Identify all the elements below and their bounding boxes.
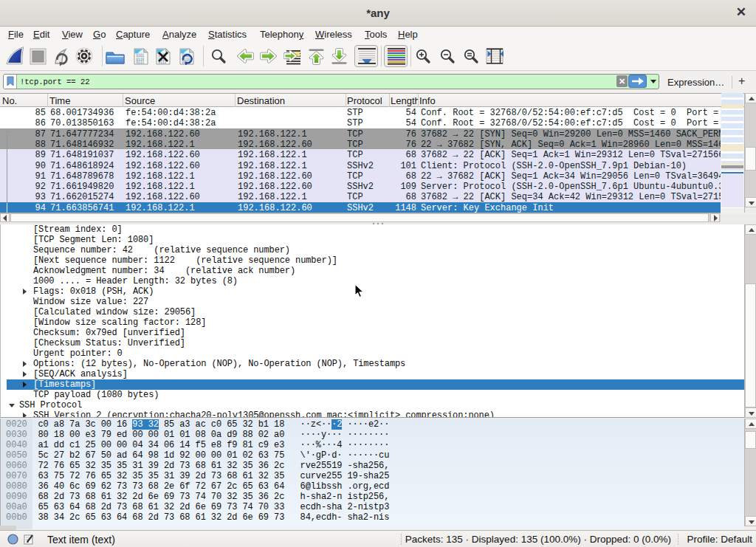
svg-text:0111: 0111 [136,61,144,64]
